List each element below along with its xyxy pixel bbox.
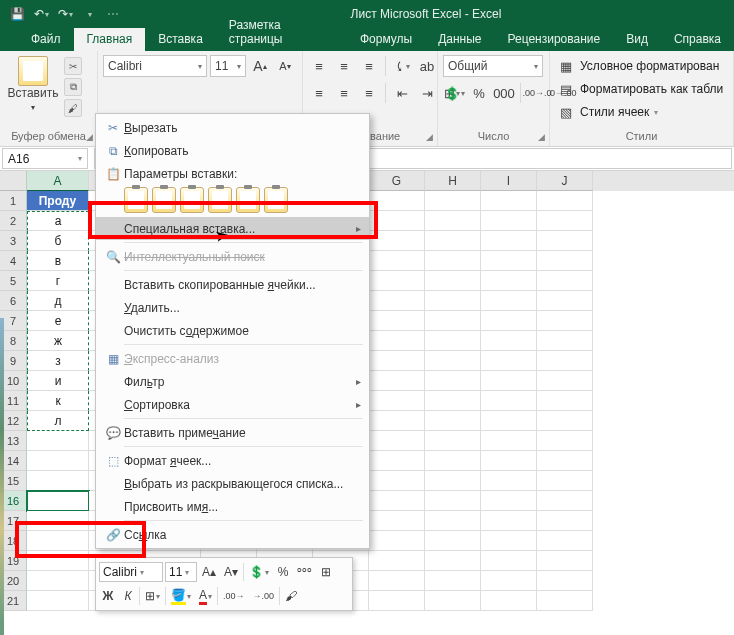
cell-H13[interactable] (425, 431, 481, 451)
comma-icon[interactable]: 000 (493, 82, 515, 104)
cell-A18[interactable] (27, 531, 89, 551)
row-header-21[interactable]: 21 (0, 591, 27, 611)
cell-G20[interactable] (369, 571, 425, 591)
format-as-table-icon[interactable]: ▤ (555, 78, 577, 100)
cell-H9[interactable] (425, 351, 481, 371)
cell-A2[interactable]: а (27, 211, 89, 231)
cell-G14[interactable] (369, 451, 425, 471)
ctx-clear[interactable]: Очистить содержимое (96, 319, 369, 342)
cell-J5[interactable] (537, 271, 593, 291)
mini-size-combo[interactable]: 11▾ (165, 562, 197, 582)
row-header-9[interactable]: 9 (0, 351, 27, 371)
ctx-format-cells[interactable]: ⬚Формат ячеек... (96, 449, 369, 472)
cell-I14[interactable] (481, 451, 537, 471)
cell-A13[interactable] (27, 431, 89, 451)
ctx-filter[interactable]: Фильтр▸ (96, 370, 369, 393)
row-header-17[interactable]: 17 (0, 511, 27, 531)
cell-G11[interactable] (369, 391, 425, 411)
cell-H11[interactable] (425, 391, 481, 411)
col-header-A[interactable]: A (27, 171, 89, 191)
cell-A15[interactable] (27, 471, 89, 491)
cell-I9[interactable] (481, 351, 537, 371)
cell-J3[interactable] (537, 231, 593, 251)
cell-H3[interactable] (425, 231, 481, 251)
row-header-15[interactable]: 15 (0, 471, 27, 491)
cell-I5[interactable] (481, 271, 537, 291)
cell-J20[interactable] (537, 571, 593, 591)
tab-help[interactable]: Справка (661, 28, 734, 51)
increase-indent-icon[interactable]: ⇥ (416, 82, 438, 104)
ctx-delete[interactable]: Удалить... (96, 296, 369, 319)
row-header-7[interactable]: 7 (0, 311, 27, 331)
qat-customize-icon[interactable]: ▾ (78, 3, 100, 25)
cell-A14[interactable] (27, 451, 89, 471)
cell-A3[interactable]: б (27, 231, 89, 251)
accounting-icon[interactable]: 💲▾ (443, 82, 465, 104)
cell-H19[interactable] (425, 551, 481, 571)
paste-option-1-icon[interactable] (124, 187, 148, 213)
cell-G18[interactable] (369, 531, 425, 551)
select-all-corner[interactable] (0, 171, 27, 191)
align-center-icon[interactable]: ≡ (333, 82, 355, 104)
cell-J8[interactable] (537, 331, 593, 351)
cell-J16[interactable] (537, 491, 593, 511)
increase-font-icon[interactable]: A▴ (249, 55, 271, 77)
cell-A16[interactable] (27, 491, 89, 511)
cell-I18[interactable] (481, 531, 537, 551)
cell-G7[interactable] (369, 311, 425, 331)
tab-view[interactable]: Вид (613, 28, 661, 51)
cell-H14[interactable] (425, 451, 481, 471)
ctx-pick-from-list[interactable]: Выбрать из раскрывающегося списка... (96, 472, 369, 495)
tab-review[interactable]: Рецензирование (495, 28, 614, 51)
decrease-indent-icon[interactable]: ⇤ (391, 82, 413, 104)
font-name-combo[interactable]: Calibri▾ (103, 55, 207, 77)
cell-J15[interactable] (537, 471, 593, 491)
cell-G2[interactable] (369, 211, 425, 231)
tab-home[interactable]: Главная (74, 28, 146, 51)
row-header-12[interactable]: 12 (0, 411, 27, 431)
mini-accounting-icon[interactable]: 💲▾ (246, 562, 272, 582)
paste-option-3-icon[interactable] (180, 187, 204, 213)
cell-J21[interactable] (537, 591, 593, 611)
cell-G5[interactable] (369, 271, 425, 291)
cell-I17[interactable] (481, 511, 537, 531)
cell-I16[interactable] (481, 491, 537, 511)
cell-A9[interactable]: з (27, 351, 89, 371)
cell-I1[interactable] (481, 191, 537, 211)
col-header-I[interactable]: I (481, 171, 537, 191)
mini-italic-icon[interactable]: К (119, 586, 137, 606)
col-header-J[interactable]: J (537, 171, 593, 191)
cell-G16[interactable] (369, 491, 425, 511)
mini-comma-icon[interactable]: ᵒᵒᵒ (294, 562, 315, 582)
tab-insert[interactable]: Вставка (145, 28, 216, 51)
ctx-copy[interactable]: ⧉Копировать (96, 139, 369, 162)
cell-G9[interactable] (369, 351, 425, 371)
mini-border-icon[interactable]: ⊞▾ (142, 586, 163, 606)
cell-I21[interactable] (481, 591, 537, 611)
cell-J18[interactable] (537, 531, 593, 551)
mini-merge-icon[interactable]: ⊞ (317, 562, 335, 582)
mini-format-painter-icon[interactable]: 🖌 (282, 586, 300, 606)
cell-H12[interactable] (425, 411, 481, 431)
row-header-4[interactable]: 4 (0, 251, 27, 271)
row-header-11[interactable]: 11 (0, 391, 27, 411)
align-bottom-icon[interactable]: ≡ (358, 55, 380, 77)
decrease-font-icon[interactable]: A▾ (274, 55, 296, 77)
save-icon[interactable]: 💾 (6, 3, 28, 25)
cell-H7[interactable] (425, 311, 481, 331)
cell-H4[interactable] (425, 251, 481, 271)
cell-A7[interactable]: е (27, 311, 89, 331)
cell-J4[interactable] (537, 251, 593, 271)
ctx-cut[interactable]: ✂Вырезать (96, 116, 369, 139)
format-painter-icon[interactable]: 🖌 (64, 99, 82, 117)
mini-percent-icon[interactable]: % (274, 562, 292, 582)
paste-option-5-icon[interactable] (236, 187, 260, 213)
cell-H17[interactable] (425, 511, 481, 531)
qat-overflow-icon[interactable]: ⋯ (102, 3, 124, 25)
mini-decrease-font-icon[interactable]: A▾ (221, 562, 241, 582)
tab-data[interactable]: Данные (425, 28, 494, 51)
cell-G1[interactable] (369, 191, 425, 211)
cell-H10[interactable] (425, 371, 481, 391)
cell-H18[interactable] (425, 531, 481, 551)
conditional-formatting-button[interactable]: Условное форматирован (580, 59, 719, 73)
